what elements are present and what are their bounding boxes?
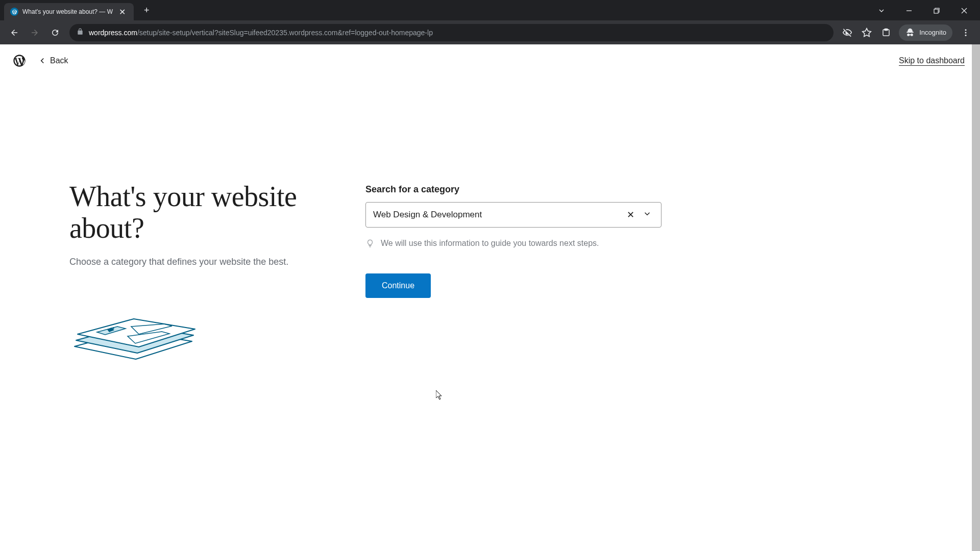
tab-close-icon[interactable]: ✕ xyxy=(117,6,128,18)
clear-icon[interactable]: ✕ xyxy=(625,207,636,222)
hint-row: We will use this information to guide yo… xyxy=(365,239,662,248)
reload-button[interactable] xyxy=(46,23,64,42)
tab-title: What's your website about? — W xyxy=(22,8,113,15)
category-combobox[interactable]: ✕ xyxy=(365,202,662,228)
hint-text: We will use this information to guide yo… xyxy=(381,239,599,248)
bookmark-star-icon[interactable] xyxy=(858,24,875,41)
browser-chrome: What's your website about? — W ✕ + wordp… xyxy=(0,0,980,44)
wordpress-logo-icon xyxy=(12,54,27,68)
incognito-label: Incognito xyxy=(919,29,946,36)
svg-point-7 xyxy=(965,32,967,33)
skip-to-dashboard-link[interactable]: Skip to dashboard xyxy=(899,56,965,65)
header-left: Back xyxy=(12,54,68,68)
close-window-button[interactable] xyxy=(952,3,976,18)
back-link[interactable]: Back xyxy=(38,56,68,65)
back-button[interactable] xyxy=(5,23,23,42)
left-column: What's your website about? Choose a cate… xyxy=(69,181,345,366)
minimize-button[interactable] xyxy=(897,3,921,18)
svg-point-6 xyxy=(965,29,967,31)
scrollbar-thumb[interactable] xyxy=(972,44,980,551)
url-text: wordpress.com/setup/site-setup/vertical?… xyxy=(89,29,826,37)
category-field-label: Search for a category xyxy=(365,184,662,195)
chevron-down-icon[interactable] xyxy=(641,207,654,222)
svg-point-8 xyxy=(965,34,967,36)
back-label: Back xyxy=(50,56,68,65)
browser-tab[interactable]: What's your website about? — W ✕ xyxy=(4,3,134,20)
content-area: What's your website about? Choose a cate… xyxy=(69,181,911,366)
forward-button[interactable] xyxy=(26,23,44,42)
eye-off-icon[interactable] xyxy=(839,24,856,41)
chevron-left-icon xyxy=(38,56,47,65)
url-bar[interactable]: wordpress.com/setup/site-setup/vertical?… xyxy=(69,24,834,41)
incognito-icon xyxy=(905,28,915,38)
extensions-icon[interactable] xyxy=(877,24,895,41)
lightbulb-icon xyxy=(365,239,375,248)
browser-menu-button[interactable] xyxy=(957,23,975,42)
window-controls xyxy=(870,3,980,18)
page-heading: What's your website about? xyxy=(69,181,345,244)
layers-illustration-icon xyxy=(69,316,345,366)
category-input[interactable] xyxy=(373,210,621,220)
continue-button[interactable]: Continue xyxy=(365,273,431,298)
maximize-button[interactable] xyxy=(925,3,948,18)
lock-icon xyxy=(77,28,84,37)
svg-rect-5 xyxy=(885,29,888,30)
scrollbar[interactable] xyxy=(972,44,980,551)
right-column: Search for a category ✕ We will use this… xyxy=(365,181,662,366)
tab-bar: What's your website about? — W ✕ + xyxy=(0,0,980,20)
new-tab-button[interactable]: + xyxy=(140,3,154,18)
wordpress-favicon-icon xyxy=(10,8,18,16)
mouse-cursor-icon xyxy=(436,390,443,400)
incognito-badge[interactable]: Incognito xyxy=(899,24,952,41)
tab-search-icon[interactable] xyxy=(870,3,893,18)
svg-rect-1 xyxy=(934,9,938,13)
page-content: Back Skip to dashboard What's your websi… xyxy=(0,44,980,551)
page-subtitle: Choose a category that defines your webs… xyxy=(69,255,345,269)
svg-point-9 xyxy=(112,327,114,329)
address-bar: wordpress.com/setup/site-setup/vertical?… xyxy=(0,20,980,44)
page-header: Back Skip to dashboard xyxy=(0,44,980,77)
